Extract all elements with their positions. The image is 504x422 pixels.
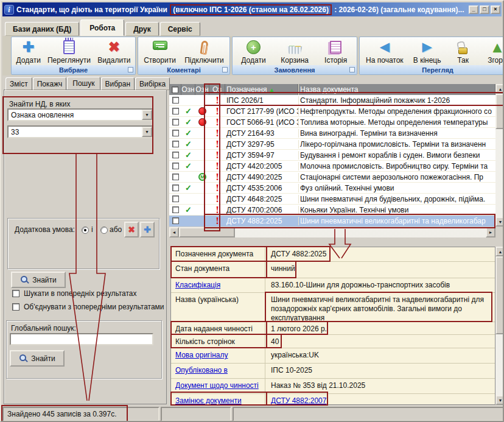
exclamation-icon: !	[215, 183, 219, 193]
scroll-left-icon[interactable]: ◄	[169, 227, 179, 237]
dialog-launcher-icon[interactable]	[128, 67, 133, 72]
detail-label[interactable]: Опубліковано в	[171, 364, 265, 378]
close-button[interactable]: ×	[491, 5, 500, 14]
table-vscroll-thumb[interactable]	[495, 94, 504, 129]
row-checkbox[interactable]	[172, 163, 179, 169]
column-header-2[interactable]: Озн	[181, 84, 195, 95]
table-row[interactable]: ✓!ДСТУ 2164-93Вина виноградні. Терміни т…	[169, 128, 495, 139]
window-controls: _ □ ×	[469, 5, 500, 14]
global-search-input[interactable]	[10, 333, 153, 345]
detail-label[interactable]: Документ щодо чинності	[171, 379, 265, 393]
ribbon-tab-4[interactable]: Сервіс	[160, 22, 200, 36]
sidebar-tab-5[interactable]: Вибірка	[135, 77, 170, 90]
scroll-up-icon[interactable]: ▲	[495, 247, 504, 256]
detail-label[interactable]: Замінює документи	[171, 394, 265, 405]
collapse-button[interactable]: ▲Згорн	[483, 38, 504, 65]
search-previous-checkbox[interactable]	[12, 290, 19, 297]
select-all-checkbox[interactable]	[172, 86, 178, 93]
table-hscroll-thumb[interactable]	[179, 227, 235, 237]
radio-or[interactable]	[100, 227, 108, 234]
scroll-down-icon[interactable]: ▼	[495, 217, 504, 227]
table-row[interactable]: ✓!ДСТУ 4700:2006Коньяки України. Технічн…	[169, 205, 495, 216]
maximize-button[interactable]: □	[480, 5, 489, 14]
details-vscroll-thumb[interactable]	[495, 256, 504, 334]
scroll-up-icon[interactable]: ▲	[495, 84, 504, 94]
row-checkbox[interactable]	[172, 119, 179, 125]
row-checkbox[interactable]	[172, 97, 179, 104]
remove-condition-button[interactable]: ✖	[124, 222, 139, 237]
table-row[interactable]: М!ДСТУ 4490:2025Стаціонарні системи аеро…	[169, 172, 495, 183]
column-header-6[interactable]: Назва документа	[298, 84, 495, 95]
detail-value: 83.160.10-Шини для дорожньо-транспортних…	[265, 278, 495, 292]
detail-label[interactable]: Мова оригіналу	[171, 348, 265, 363]
dropdown-icon[interactable]: ▼	[142, 110, 152, 120]
dropdown-icon[interactable]: ▼	[142, 127, 152, 137]
row-checkbox[interactable]	[172, 185, 179, 191]
attach-comment-button[interactable]: Підключити	[182, 38, 226, 65]
column-header-5[interactable]: Позначення▲	[225, 84, 298, 95]
lock-toggle-button[interactable]: Так	[449, 38, 478, 65]
row-checkbox[interactable]	[172, 141, 179, 147]
mark-cell	[195, 107, 209, 115]
dialog-launcher-icon[interactable]	[222, 67, 228, 72]
detail-label[interactable]: Класифікація	[171, 278, 265, 292]
table-row[interactable]: !ІПС 2026/1Стандарти. Інформаційний пока…	[169, 95, 495, 106]
add-favorite-button[interactable]: ✚Додати	[14, 38, 43, 65]
sidebar-tab-3[interactable]: Пошук	[67, 77, 100, 90]
search-value-combo[interactable]: 33 ▼	[7, 125, 153, 138]
row-checkbox[interactable]	[172, 152, 179, 158]
minimize-button[interactable]: _	[469, 5, 478, 14]
column-header-3[interactable]: Озн	[195, 84, 209, 95]
sidebar-tab-2[interactable]: Покажч	[33, 77, 67, 90]
table-row[interactable]: ✓!ГОСТ 2177-99 (ИСО 3Нефтепродукты. Мето…	[169, 106, 495, 117]
row-checkbox[interactable]	[172, 174, 179, 180]
global-search-label: Глобальний пошук:	[11, 324, 76, 332]
detail-value[interactable]: ДСТУ 4882:2007	[265, 394, 495, 405]
button-label: На початок	[366, 56, 404, 65]
ribbon-tab-3[interactable]: Друк	[125, 22, 158, 36]
sidebar-tab-1[interactable]: Зміст	[5, 77, 32, 90]
group-caption: Перегляд	[360, 65, 504, 74]
ribbon-tab-1[interactable]: Бази даних (БД)	[5, 22, 79, 36]
dialog-launcher-icon[interactable]	[349, 67, 355, 72]
table-row[interactable]: ✓!ДСТУ 3297-95Лікеро-горілчана промислов…	[169, 139, 495, 150]
radio-and-label: і	[91, 225, 93, 234]
detail-row: Позначення документаДСТУ 4882:2025	[171, 247, 495, 262]
basket-icon	[287, 38, 303, 56]
row-checkbox[interactable]	[172, 108, 179, 114]
table-row[interactable]: ✓!ГОСТ 5066-91 (ИСО 3Топлива моторные. М…	[169, 117, 495, 128]
table-row[interactable]: ✓!ДСТУ 4420:2005Молочна промисловість. В…	[169, 161, 495, 172]
merge-previous-checkbox[interactable]	[12, 303, 19, 311]
table-row[interactable]: ✓!ДСТУ 4535:2006Фуз олійний. Технічні ум…	[169, 183, 495, 194]
row-checkbox[interactable]	[172, 206, 179, 213]
ribbon-tab-2[interactable]: Робота	[80, 19, 124, 36]
doc-name-cell: Фуз олійний. Технічні умови	[298, 184, 495, 192]
column-header-1[interactable]	[169, 84, 181, 95]
scroll-down-icon[interactable]: ▼	[495, 395, 504, 405]
check-icon: ✓	[185, 118, 192, 127]
add-condition-button[interactable]: ✚	[140, 222, 155, 237]
row-checkbox[interactable]	[172, 217, 179, 224]
search-field-combo[interactable]: Ознака оновлення ▼	[7, 108, 153, 121]
basket-button[interactable]: Корзина	[278, 38, 311, 65]
table-row[interactable]: ✓!ДСТУ 3594-97Будування і ремонт кораблі…	[169, 150, 495, 161]
window-title: Стандарти, що діють на території України…	[16, 4, 469, 15]
radio-and[interactable]	[82, 227, 89, 234]
column-header-4[interactable]: Оз	[209, 84, 225, 95]
table-row[interactable]: !ДСТУ 4648:2025Шини пневматичні для буді…	[169, 194, 495, 205]
go-end-button[interactable]: ►В кінець	[411, 38, 444, 65]
scroll-right-icon[interactable]: ►	[486, 227, 495, 237]
row-checkbox[interactable]	[172, 195, 179, 202]
view-favorite-button[interactable]: Переглянути	[45, 38, 93, 65]
history-button[interactable]: Історія	[321, 38, 351, 65]
table-row[interactable]: !ДСТУ 4882:2025Шини пневматичні великога…	[169, 216, 495, 227]
go-start-button[interactable]: ◄На початок	[363, 38, 406, 65]
select-cell	[169, 206, 181, 213]
find-button[interactable]: Знайти	[11, 272, 66, 288]
delete-favorite-button[interactable]: ✖Видалити	[95, 38, 133, 65]
row-checkbox[interactable]	[172, 130, 179, 136]
create-comment-button[interactable]: Створити	[141, 38, 178, 65]
sidebar-tab-4[interactable]: Вибран	[101, 77, 135, 90]
global-find-button[interactable]: Знайти	[10, 350, 65, 367]
add-order-button[interactable]: +Додати	[239, 38, 268, 65]
